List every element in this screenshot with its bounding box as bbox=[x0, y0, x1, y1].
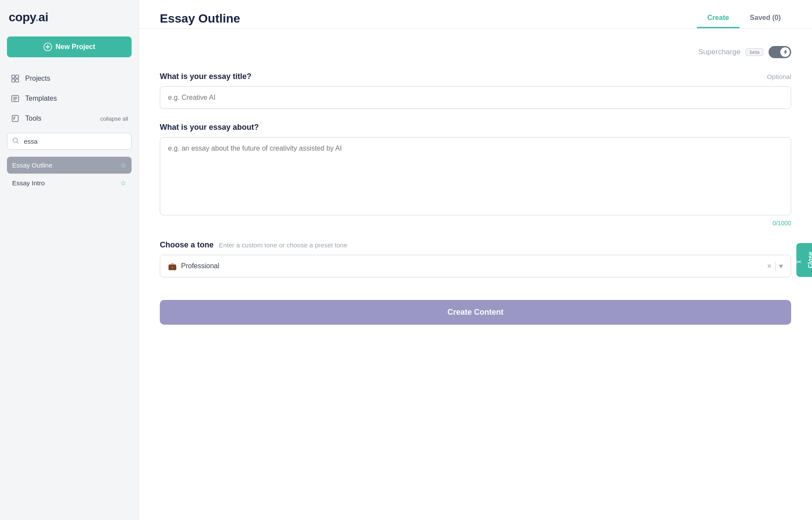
search-input[interactable] bbox=[7, 133, 132, 150]
essay-intro-label: Essay Intro bbox=[12, 179, 45, 187]
scissors-icon: ✂ bbox=[795, 258, 803, 266]
tools-icon bbox=[10, 114, 20, 123]
tone-icon: 💼 bbox=[168, 262, 177, 270]
search-container bbox=[7, 133, 132, 150]
page-title: Essay Outline bbox=[160, 12, 240, 26]
tools-row: Tools collapse all bbox=[7, 109, 132, 128]
grid-icon bbox=[10, 74, 20, 83]
svg-rect-1 bbox=[12, 75, 15, 78]
tone-select-right: × ▾ bbox=[767, 261, 783, 271]
essay-outline-label: Essay Outline bbox=[12, 161, 53, 169]
svg-rect-4 bbox=[16, 79, 19, 82]
svg-rect-6 bbox=[12, 115, 18, 122]
main-content: Essay Outline Create Saved (0) Superchar… bbox=[139, 0, 812, 520]
title-field-label: What is your essay title? bbox=[160, 72, 251, 81]
essay-title-input[interactable] bbox=[160, 86, 791, 109]
tools-label: Tools bbox=[25, 115, 41, 122]
chevron-down-icon[interactable]: ▾ bbox=[779, 261, 783, 271]
new-project-button[interactable]: New Project bbox=[7, 36, 132, 57]
title-label-row: What is your essay title? Optional bbox=[160, 72, 791, 81]
create-content-button[interactable]: Create Content bbox=[160, 300, 791, 325]
about-field-label: What is your essay about? bbox=[160, 123, 259, 132]
title-form-section: What is your essay title? Optional bbox=[160, 72, 791, 109]
main-body: Supercharge beta What is your essay titl… bbox=[139, 29, 812, 520]
title-optional-label: Optional bbox=[767, 73, 791, 80]
plus-icon bbox=[43, 43, 52, 51]
tone-select[interactable]: 💼 Professional × ▾ bbox=[160, 255, 791, 277]
logo-text: copy.ai bbox=[9, 10, 48, 24]
beta-badge: beta bbox=[746, 48, 763, 56]
tone-value: Professional bbox=[181, 262, 219, 270]
clear-tone-button[interactable]: × bbox=[767, 262, 772, 271]
supercharge-toggle[interactable] bbox=[769, 46, 791, 58]
sidebar-item-projects[interactable]: Projects bbox=[7, 69, 132, 88]
char-count: 0/1000 bbox=[160, 220, 791, 227]
supercharge-row: Supercharge beta bbox=[160, 46, 791, 58]
tone-label-row: Choose a tone Enter a custom tone or cho… bbox=[160, 240, 791, 250]
logo: copy.ai bbox=[7, 10, 132, 24]
close-tab-label: Close bbox=[807, 252, 812, 268]
svg-rect-3 bbox=[12, 79, 15, 82]
toggle-knob bbox=[780, 47, 790, 57]
supercharge-label: Supercharge bbox=[698, 48, 740, 56]
collapse-all-button[interactable]: collapse all bbox=[100, 115, 128, 122]
tone-select-left: 💼 Professional bbox=[168, 262, 219, 270]
essay-outline-label-wrap: Essay Outline bbox=[12, 161, 53, 169]
lightning-icon bbox=[782, 49, 788, 55]
essay-intro-label-wrap: Essay Intro bbox=[12, 179, 45, 187]
tone-form-section: Choose a tone Enter a custom tone or cho… bbox=[160, 240, 791, 277]
about-label-row: What is your essay about? bbox=[160, 123, 791, 132]
close-tab[interactable]: Close ✂ bbox=[796, 243, 812, 277]
tool-list: Essay Outline ☆ Essay Intro ☆ bbox=[7, 157, 132, 191]
essay-outline-star-icon[interactable]: ☆ bbox=[120, 161, 126, 169]
templates-label: Templates bbox=[25, 95, 57, 102]
about-form-section: What is your essay about? 0/1000 bbox=[160, 123, 791, 227]
sidebar-item-templates[interactable]: Templates bbox=[7, 89, 132, 108]
tab-saved[interactable]: Saved (0) bbox=[739, 9, 791, 28]
tone-field-label: Choose a tone bbox=[160, 240, 214, 250]
list-icon bbox=[10, 94, 20, 103]
tools-left: Tools bbox=[10, 114, 41, 123]
header-tabs: Create Saved (0) bbox=[697, 9, 791, 28]
projects-label: Projects bbox=[25, 75, 50, 82]
essay-intro-star-icon[interactable]: ☆ bbox=[120, 179, 126, 187]
sidebar: copy.ai New Project Projects bbox=[0, 0, 139, 520]
divider bbox=[775, 262, 776, 270]
svg-rect-2 bbox=[16, 75, 19, 78]
main-header: Essay Outline Create Saved (0) bbox=[139, 0, 812, 29]
essay-about-textarea[interactable] bbox=[160, 137, 791, 215]
tone-hint: Enter a custom tone or choose a preset t… bbox=[219, 241, 347, 249]
search-icon bbox=[12, 137, 19, 146]
tab-create[interactable]: Create bbox=[697, 9, 739, 28]
tool-item-essay-intro[interactable]: Essay Intro ☆ bbox=[7, 174, 132, 191]
tool-item-essay-outline[interactable]: Essay Outline ☆ bbox=[7, 157, 132, 174]
